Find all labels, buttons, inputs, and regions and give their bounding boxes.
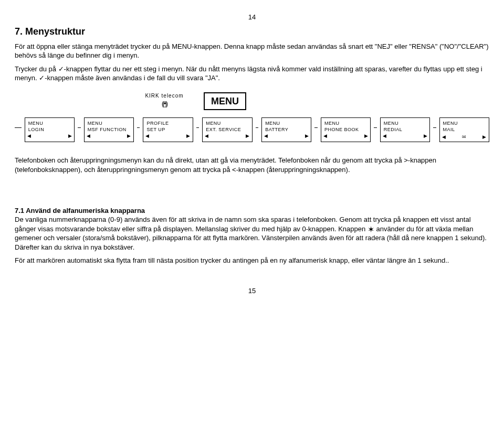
menu-card-line2: MSF FUNCTION — [88, 126, 130, 133]
menu-card-line2: PHONE BOOK — [324, 126, 367, 133]
menu-card-line1: PROFILE — [146, 120, 189, 126]
menu-card-line1: MENU — [88, 120, 130, 126]
menu-card-line2: LOGIN — [28, 126, 71, 133]
diagram-connector — [256, 127, 258, 128]
menu-box: MENU — [204, 92, 246, 110]
menu-card: MENUMSF FUNCTION◀▶ — [84, 117, 134, 142]
menu-card-line1: MENU — [28, 120, 71, 126]
mail-icon: ✉ — [446, 134, 482, 140]
triangle-left-icon: ◀ — [323, 134, 328, 138]
menu-card-line1: MENU — [265, 120, 308, 126]
menu-card: MENUMAIL◀✉▶ — [439, 117, 489, 142]
triangle-right-icon: ▶ — [305, 134, 309, 138]
menu-card: MENUEXT. SERVICE◀▶ — [202, 117, 252, 142]
menu-diagram: KIRK telecom ((•)) MENU MENULOGIN◀▶MENUM… — [15, 92, 489, 142]
triangle-left-icon: ◀ — [264, 134, 268, 138]
section-7-1-title: 7.1 Använd de alfanumeriska knapparna — [15, 207, 145, 214]
triangle-right-icon: ▶ — [364, 134, 369, 138]
section-title: 7. Menystruktur — [15, 25, 489, 38]
triangle-left-icon: ◀ — [87, 134, 91, 138]
menu-card: MENUREDIAL◀▶ — [380, 117, 430, 142]
phonebook-paragraph: Telefonboken och återuppringningsmenyn k… — [15, 156, 489, 174]
menu-card-line2: BATTERY — [265, 126, 308, 133]
diagram-connector — [78, 127, 80, 128]
menu-card-line1: MENU — [324, 120, 367, 126]
triangle-right-icon: ▶ — [246, 134, 250, 138]
section-7-1-text-c: För att markören automatiskt ska flytta … — [15, 256, 489, 265]
diagram-connector — [196, 127, 199, 128]
menu-card-line2: EXT. SERVICE — [206, 126, 248, 133]
triangle-left-icon: ◀ — [383, 134, 387, 138]
menu-card: PROFILESET UP◀▶ — [143, 117, 193, 142]
page-number-top: 14 — [15, 13, 489, 22]
menu-card-line1: MENU — [443, 120, 486, 126]
triangle-left-icon: ◀ — [442, 135, 446, 139]
menu-card: MENUBATTERY◀▶ — [261, 117, 311, 142]
triangle-right-icon: ▶ — [186, 134, 191, 138]
signal-icon: ((•)) — [135, 100, 193, 108]
menu-card-line1: MENU — [384, 120, 426, 126]
menu-card-line2: MAIL — [443, 126, 486, 133]
triangle-right-icon: ▶ — [68, 134, 72, 138]
intro-paragraph-1: För att öppna eller stänga menyträdet tr… — [15, 42, 489, 60]
triangle-right-icon: ▶ — [127, 134, 131, 138]
diagram-connector — [137, 127, 140, 128]
triangle-left-icon: ◀ — [145, 134, 150, 138]
triangle-right-icon: ▶ — [482, 135, 487, 139]
brand-label: KIRK telecom — [135, 92, 193, 100]
menu-card-line2: SET UP — [146, 126, 189, 133]
diagram-connector — [374, 127, 376, 128]
menu-card-line1: MENU — [206, 120, 248, 126]
diagram-connector — [15, 127, 22, 128]
menu-card-line2: REDIAL — [384, 126, 426, 133]
menu-card: MENUPHONE BOOK◀▶ — [321, 117, 371, 142]
page-number-bottom: 15 — [15, 286, 489, 296]
triangle-left-icon: ◀ — [205, 134, 209, 138]
intro-paragraph-2: Trycker du på ✓-knappen flyttar du ner e… — [15, 64, 489, 83]
triangle-right-icon: ▶ — [424, 134, 428, 138]
diagram-connector — [433, 127, 436, 128]
star-icon: ✶ — [368, 225, 374, 234]
triangle-left-icon: ◀ — [27, 134, 32, 138]
diagram-connector — [314, 127, 317, 128]
menu-card: MENULOGIN◀▶ — [25, 117, 75, 142]
